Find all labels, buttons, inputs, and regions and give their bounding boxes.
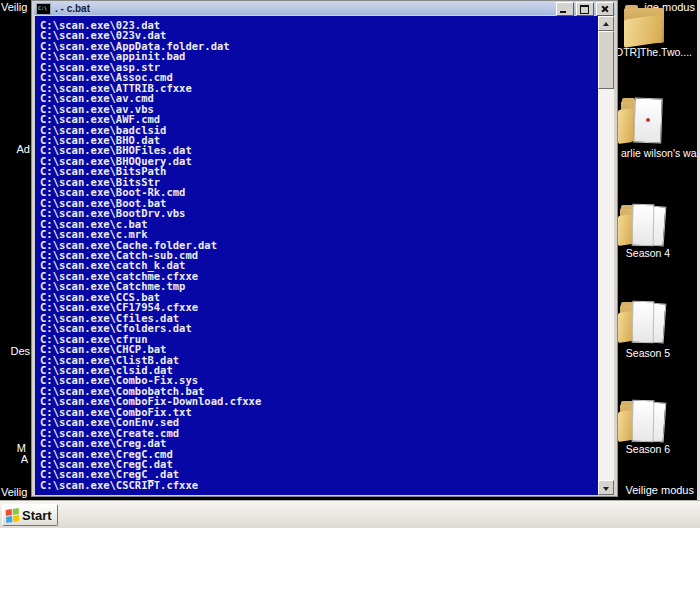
desktop-icon-label-fragment[interactable]: Ad <box>0 143 30 155</box>
folder-label[interactable]: Season 6 <box>606 443 690 455</box>
ms-dos-icon: C:\ <box>36 3 51 15</box>
start-button-label: Start <box>22 508 52 523</box>
folder-document <box>632 204 655 246</box>
folder-icon[interactable] <box>618 398 670 442</box>
folder-label[interactable]: Season 4 <box>606 247 690 259</box>
folder-document <box>632 400 655 442</box>
folder-document <box>633 98 663 144</box>
console-text: C:\scan.exe\023.dat C:\scan.exe\023v.dat… <box>40 20 261 490</box>
arrow-down-icon <box>603 487 609 491</box>
folder-label[interactable]: OTR]The.Two.... <box>615 46 699 58</box>
taskbar: Start C:\ . - c.bat ? Windows Help en on… <box>0 500 700 528</box>
safe-mode-label-bottom-left: Veilig <box>1 486 27 498</box>
maximize-button[interactable] <box>576 2 594 16</box>
folder-icon[interactable] <box>618 202 670 246</box>
folder-label[interactable]: arlie wilson's war <box>610 147 700 159</box>
maximize-icon <box>580 5 589 14</box>
desktop-icon-label-fragment[interactable]: Des <box>0 345 30 357</box>
window-titlebar[interactable]: C:\ . - c.bat <box>34 2 615 15</box>
desktop-icon-label-fragment[interactable]: A <box>0 453 28 465</box>
folder-icon[interactable] <box>622 5 668 45</box>
folder-icon[interactable] <box>618 96 670 144</box>
scrollbar-thumb[interactable] <box>598 31 614 89</box>
minimize-button[interactable] <box>556 2 574 16</box>
folder-icon[interactable] <box>618 299 670 343</box>
console-output: C:\scan.exe\023.dat C:\scan.exe\023v.dat… <box>35 16 600 495</box>
close-button[interactable] <box>596 2 614 16</box>
folder-document <box>632 301 655 343</box>
vertical-scrollbar[interactable] <box>598 16 614 495</box>
safe-mode-label-top-left: Veilig <box>1 1 27 13</box>
scroll-down-button[interactable] <box>598 480 614 495</box>
screenshot-page: Veilig ige modus Veilig Veilige modus Ad… <box>0 0 700 606</box>
start-button[interactable]: Start <box>2 504 58 526</box>
folder-front <box>618 410 632 442</box>
arrow-up-icon <box>603 22 609 26</box>
desktop: Veilig ige modus Veilig Veilige modus Ad… <box>0 0 700 528</box>
console-window: C:\ . - c.bat C:\scan.exe\023.dat C:\sca… <box>31 0 618 497</box>
folder-front <box>618 311 632 343</box>
scroll-up-button[interactable] <box>598 16 614 31</box>
folder-front <box>624 14 662 47</box>
minimize-icon <box>560 11 566 13</box>
folder-label[interactable]: Season 5 <box>606 347 690 359</box>
window-title: . - c.bat <box>55 3 90 14</box>
folder-front <box>618 108 633 144</box>
safe-mode-label-bottom-right: Veilige modus <box>626 484 695 496</box>
folder-front <box>618 214 632 246</box>
windows-logo-icon <box>6 508 20 523</box>
